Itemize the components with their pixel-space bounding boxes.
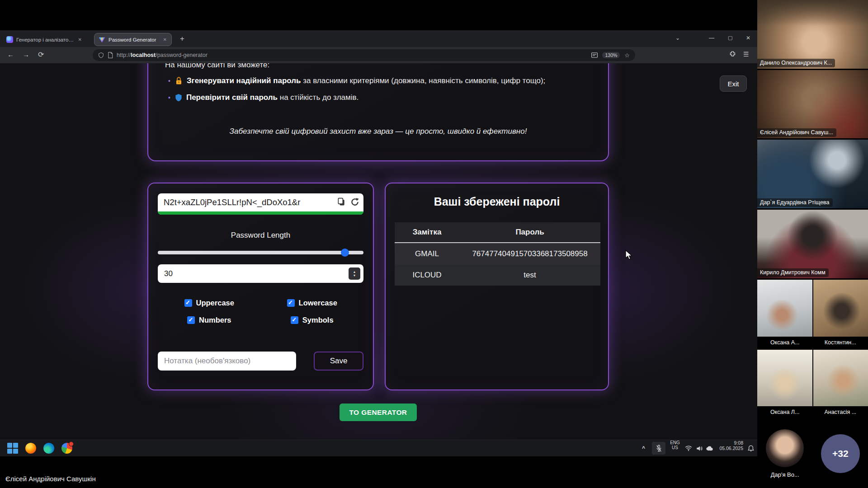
tab-password-generator[interactable]: Password Generator ✕ — [94, 33, 172, 46]
new-tab-button[interactable]: + — [180, 34, 184, 44]
table-row: GMAIL 767477404915703368173508958 — [395, 243, 600, 264]
uppercase-checkbox[interactable] — [184, 299, 192, 307]
participant-name: Оксана А... — [757, 339, 813, 346]
checkbox-uppercase[interactable]: Uppercase — [158, 299, 261, 307]
participants-sidebar: Данило Олександрович К... Єлісей Андрійо… — [757, 0, 868, 488]
overflow-participants[interactable]: +32 — [813, 419, 868, 488]
browser-tab-strip: Генератор і аналізатор парол ✕ Password … — [0, 30, 757, 47]
participant-name: Анастасія ... — [813, 409, 868, 415]
tab-generator-analyzer[interactable]: Генератор і аналізатор парол ✕ — [2, 33, 86, 46]
generated-password-input[interactable] — [158, 193, 363, 211]
participant-name: Данило Олександрович К... — [757, 59, 835, 67]
number-spinner[interactable]: ▲ ▼ — [349, 267, 360, 280]
numbers-checkbox[interactable] — [187, 316, 195, 324]
participant-tile-pair[interactable]: Дар'я Во... +32 — [757, 419, 868, 488]
note-input[interactable] — [158, 352, 296, 371]
overflow-count-badge[interactable]: +32 — [821, 434, 860, 473]
microphone-muted-icon[interactable] — [652, 442, 665, 455]
time-text: 9:08 — [734, 440, 743, 446]
exit-fullscreen-button[interactable]: Exit — [720, 75, 747, 92]
participant-name: Дар`я Едуардівна Ртіщева — [757, 198, 833, 207]
participant-video[interactable] — [757, 280, 812, 337]
cell-note: ICLOUD — [395, 264, 459, 286]
tab1-favicon — [6, 36, 13, 43]
participant-tile[interactable]: Дар`я Едуардівна Ртіщева — [757, 140, 868, 208]
saved-passwords-card: Ваші збережені паролі Замітка Пароль GMA… — [385, 183, 609, 390]
bullet-text: Перевірити свій пароль на стійкість до з… — [186, 93, 359, 102]
wifi-icon[interactable] — [684, 440, 693, 456]
participant-name: Дар'я Во... — [771, 471, 799, 478]
page-info-icon — [108, 52, 113, 58]
participant-no-video[interactable]: Дар'я Во... — [757, 419, 813, 488]
browser-toolbar: ← → ⟳ http://localhost/password-generato… — [0, 47, 757, 63]
participant-tile-pair[interactable]: Оксана А... Костянтин... — [757, 280, 868, 348]
firefox-icon[interactable] — [25, 443, 36, 454]
length-slider-thumb[interactable] — [341, 249, 349, 257]
address-bar[interactable]: http://localhost/password-generator 130%… — [93, 49, 635, 61]
symbols-checkbox[interactable] — [291, 316, 298, 324]
charset-checkboxes: Uppercase Lowercase Numbers Symbols — [158, 299, 363, 324]
participant-tile[interactable]: Єлісей Андрійович Савуш... — [757, 70, 868, 139]
participant-name: Костянтин... — [813, 339, 868, 346]
cell-password: 767477404915703368173508958 — [459, 243, 600, 264]
mouse-cursor — [625, 250, 633, 261]
column-header-note: Замітка — [395, 222, 459, 243]
copy-icon[interactable] — [337, 197, 346, 206]
language-indicator[interactable]: ENG US — [669, 440, 681, 456]
window-close-button[interactable]: ✕ — [746, 35, 750, 41]
participant-video[interactable] — [813, 350, 868, 407]
edge-icon[interactable] — [43, 443, 54, 454]
back-button[interactable]: ← — [7, 51, 14, 58]
lowercase-checkbox[interactable] — [287, 299, 295, 307]
shield-icon — [175, 94, 182, 102]
tab-search-icon[interactable]: ⌄ — [675, 35, 680, 41]
taskbar-clock[interactable]: 9:08 05.06.2025 — [716, 440, 743, 456]
bookmark-star-icon[interactable]: ☆ — [624, 52, 630, 59]
save-button[interactable]: Save — [314, 352, 363, 371]
participant-tile[interactable]: Кирило Дмитрович Комм — [757, 210, 868, 278]
tab-close-icon[interactable]: ✕ — [78, 37, 82, 42]
browser-menu-icon[interactable]: ☰ — [743, 51, 749, 58]
participant-avatar — [766, 429, 804, 467]
window-maximize-button[interactable]: ▢ — [728, 35, 732, 41]
screen: Генератор і аналізатор парол ✕ Password … — [0, 0, 868, 488]
site-security-shield-icon — [98, 52, 104, 58]
spinner-up-icon[interactable]: ▲ — [353, 270, 356, 274]
participant-tile[interactable]: Данило Олександрович К... — [757, 0, 868, 69]
checkbox-lowercase[interactable]: Lowercase — [261, 299, 364, 307]
window-minimize-button[interactable]: — — [709, 35, 714, 41]
length-slider[interactable] — [158, 251, 363, 254]
checkbox-numbers[interactable]: Numbers — [158, 316, 261, 324]
to-generator-button[interactable]: TO GENERATOR — [340, 404, 417, 421]
lock-icon — [175, 77, 183, 85]
participant-video[interactable] — [813, 280, 868, 337]
extensions-icon[interactable] — [729, 51, 736, 58]
length-number-input[interactable] — [158, 264, 363, 283]
table-header-row: Замітка Пароль — [395, 222, 600, 243]
browser-app-icon[interactable] — [61, 443, 72, 454]
speaker-icon[interactable] — [694, 440, 704, 456]
forward-button[interactable]: → — [23, 51, 29, 58]
reload-button[interactable]: ⟳ — [38, 50, 44, 59]
notifications-bell-icon[interactable] — [746, 440, 756, 456]
length-input-wrap: ▲ ▼ — [158, 264, 363, 283]
intro-tagline: Забезпечте свій цифровий захист вже зара… — [148, 127, 608, 136]
bullet-check: • Перевірити свій пароль на стійкість до… — [168, 93, 359, 102]
tray-expand-chevron[interactable]: ^ — [642, 440, 645, 456]
participant-name: Кирило Дмитрович Комм — [757, 268, 829, 277]
zoom-badge[interactable]: 130% — [602, 52, 620, 58]
weather-cloud-icon[interactable] — [704, 440, 714, 456]
start-button[interactable] — [7, 443, 18, 454]
spinner-down-icon[interactable]: ▼ — [353, 274, 356, 277]
saved-passwords-table: Замітка Пароль GMAIL 7674774049157033681… — [395, 222, 600, 286]
password-field-wrap — [158, 193, 363, 215]
reading-mode-icon[interactable] — [591, 52, 598, 58]
active-speaker-name: Єлісей Андрійович Савушкін — [5, 475, 96, 483]
address-bar-right: 130% ☆ — [591, 52, 630, 59]
participant-name: Оксана Л... — [757, 409, 813, 415]
refresh-icon[interactable] — [350, 197, 359, 206]
checkbox-symbols[interactable]: Symbols — [261, 316, 364, 324]
participant-video[interactable] — [757, 350, 812, 407]
participant-tile-pair[interactable]: Оксана Л... Анастасія ... — [757, 350, 868, 418]
tab-close-icon[interactable]: ✕ — [163, 37, 167, 42]
